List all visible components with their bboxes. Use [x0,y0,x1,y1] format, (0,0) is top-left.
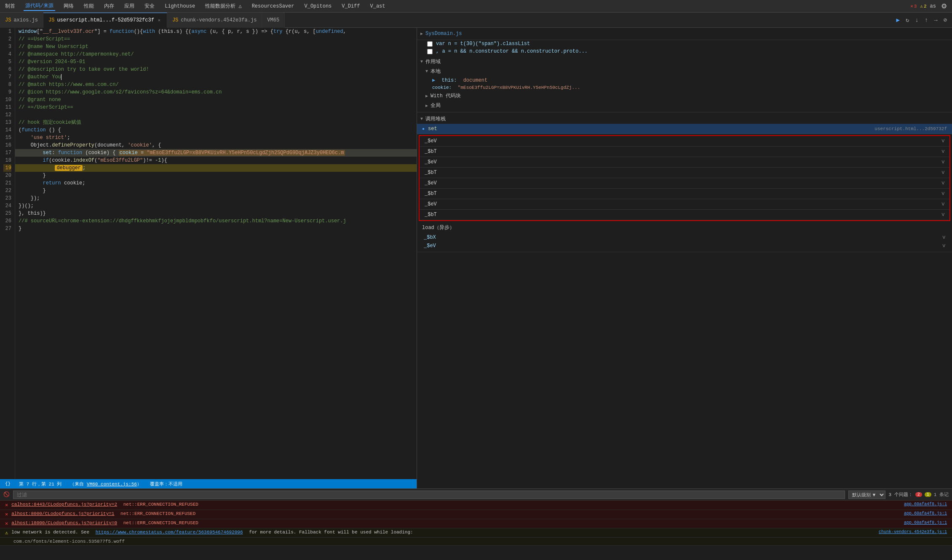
tab-chunk-vendors[interactable]: JS chunk-vendors.4542e3fa.js [167,13,262,28]
line-num-26: 26 [3,217,11,225]
code-line-25: }, this)} [15,210,417,217]
var-val-bx: V [942,235,945,240]
scope-sysdomain-header[interactable]: ▶ SysDomain.js [417,29,952,38]
code-line-10: // @grant none [15,96,417,104]
toolbar-item-vast[interactable]: V_ast [369,3,387,10]
console-msg-2-link[interactable]: alhost:8000/CLodopfuncs.js?priority=1 [11,511,114,516]
callstack-item-set[interactable]: ● set userscript.html...2d59732f [417,124,952,134]
console-area: 🚫 默认级别 ▼ 3 个问题： 2 1 1 条记 ✕ calhost:8443/… [0,488,952,560]
code-line-23: }); [15,195,417,202]
toolbar-item-perf-analytics[interactable]: 性能数据分析 △ [203,2,243,11]
scope-global-header[interactable]: ▶ 全局 [417,101,952,110]
tab-bar: JS axios.js JS userscript.html...f-52d59… [0,13,952,28]
callstack-name-sbt3: _$bT [425,191,437,197]
tab-axios[interactable]: JS axios.js [0,13,43,28]
scope-main-header[interactable]: ▼ 作用域 [417,57,952,67]
code-line-11: // ==/UserScript== [15,104,417,111]
callstack-header[interactable]: ▼ 调用堆栈 [417,114,952,124]
console-level-select[interactable]: 默认级别 ▼ [848,491,885,499]
tab-userscript-close[interactable]: ✕ [157,17,162,23]
scope-item-a: , a = n && n.constructor && n.constructo… [417,48,952,55]
toolbar-item-app[interactable]: 应用 [123,2,136,11]
settings-button[interactable]: ⚙ [939,1,949,11]
toolbar-item-resourcessaver[interactable]: ResourcesSaver [250,3,296,10]
line-num-3: 3 [3,43,11,51]
callstack-item-sbt2[interactable]: _$bT V [420,168,949,178]
line-num-23: 23 [3,195,11,202]
code-line-21: return cookie; [15,179,417,187]
console-filter-input[interactable] [13,491,845,499]
scope-with-header[interactable]: ▶ With 代码块 [417,91,952,101]
scope-item-n-key: var n = t(30)("span").classList [436,41,530,47]
code-line-5: // @version 2024-05-01 [15,58,417,66]
toolbar-item-vopitons[interactable]: V_Opitons [302,3,333,10]
main-area: 1 2 3 4 5 6 7 8 9 10 11 12 13 14 15 16 1… [0,28,952,488]
callstack-loc-sev3: V [941,181,944,186]
debug-step-out-btn[interactable]: ↑ [923,16,930,24]
line-num-4: 4 [3,51,11,58]
console-msg-5: com.cn/fonts/element-icons.535877f5.woff [0,538,952,546]
toolbar-item-security[interactable]: 安全 [143,2,156,11]
debug-resume-btn[interactable]: ▶ [894,16,901,24]
scope-local-header[interactable]: ▼ 本地 [417,67,952,76]
console-msg-4-link1[interactable]: https://www.chromestatus.com/feature/563… [96,530,243,535]
tab-vm65[interactable]: VM65 [262,13,285,28]
tab-actions: ▶ ↻ ↓ ↑ → ⊘ [891,16,952,24]
console-issues-red-badge: 2 [915,492,922,497]
toolbar-item-lighthouse[interactable]: Lighthouse [163,3,197,10]
callstack-name-sev3: _$eV [425,180,437,186]
debug-deactivate-btn[interactable]: ⊘ [942,16,949,24]
callstack-item-sbt4[interactable]: _$bT V [420,210,949,220]
code-content: 1 2 3 4 5 6 7 8 9 10 11 12 13 14 15 16 1… [0,28,417,479]
code-line-20: } [15,172,417,179]
code-line-24: })(); [15,202,417,210]
console-msg-1-icon: ✕ [5,502,8,508]
scope-this-key: this: [441,77,457,83]
toolbar-item-memory[interactable]: 内存 [102,2,116,11]
console-msg-3-link[interactable]: alhost:18000/CLodopfuncs.js?priority=0 [11,520,117,525]
line-num-10: 10 [3,96,11,104]
callstack-item-sbt1[interactable]: _$bT V [420,147,949,157]
vm-link[interactable]: VM60 content.js:56 [87,482,137,487]
console-icon: 🚫 [3,491,10,498]
code-line-27: } [15,225,417,232]
code-line-4: // @namespace http://tampermonkey.net/ [15,51,417,58]
var-item-bx: _$bX V [417,233,952,242]
tab-chunk-vendors-label: chunk-vendors.4542e3fa.js [181,17,257,23]
console-msg-1-source[interactable]: app.60afa4f8.js:1 [904,502,947,507]
callstack-item-sev1[interactable]: _$eV V [420,136,949,147]
callstack-loc-set: userscript.html...2d59732f [874,126,947,131]
callstack-item-sev4[interactable]: _$eV V [420,199,949,210]
callstack-item-sev2[interactable]: _$eV V [420,157,949,168]
toolbar-item-performance[interactable]: 性能 [82,2,96,11]
callstack-item-sev3[interactable]: _$eV V [420,178,949,189]
right-panel-content[interactable]: ▶ SysDomain.js var n = t(30)("span").cla… [417,28,952,488]
scope-main-section: ▼ 作用域 ▼ 本地 ▶ this: document cookie: "mEs… [417,55,952,112]
code-line-8: // @match https://www.ems.com.cn/ [15,81,417,88]
console-msg-1-link[interactable]: calhost:8443/CLodopfuncs.js?priority=2 [11,502,117,507]
callstack-load: load（异步） [417,222,952,233]
callstack-loc-sbt3: V [941,191,944,196]
scope-main-arrow: ▼ [420,59,423,64]
toolbar-item-source[interactable]: 源代码/来源 [24,1,55,11]
callstack-loc-sev2: V [941,160,944,165]
line-num-15: 15 [3,134,11,141]
line-num-8: 8 [3,81,11,88]
tab-userscript-icon: JS [48,17,54,23]
debug-step-over-btn[interactable]: ↻ [904,16,911,24]
tab-userscript[interactable]: JS userscript.html...f-52d59732fc3f ✕ [43,13,167,28]
debug-step-into-btn[interactable]: ↓ [913,16,920,24]
scope-local-label: 本地 [431,68,441,75]
console-msg-3-source[interactable]: app.60afa4f8.js:1 [904,520,947,525]
toolbar-item-制首[interactable]: 制首 [3,2,17,11]
callstack-item-sbt3[interactable]: _$bT V [420,189,949,199]
console-msg-4-source[interactable]: chunk-vendors.4542e3fa.js:1 [879,530,947,534]
toolbar-item-network[interactable]: 网络 [62,2,75,11]
scope-item-a-checkbox[interactable] [427,49,433,54]
toolbar-item-vdiff[interactable]: V_Diff [340,3,361,10]
debug-step-btn[interactable]: → [932,16,939,24]
console-msg-3-text: net::ERR_CONNECTION_REFUSED [120,520,198,525]
scope-item-n-checkbox[interactable] [427,41,433,47]
console-msg-2-source[interactable]: app.60afa4f8.js:1 [904,511,947,516]
code-lines[interactable]: window["__f__lvotv33f.ocr"] = function()… [15,28,417,479]
